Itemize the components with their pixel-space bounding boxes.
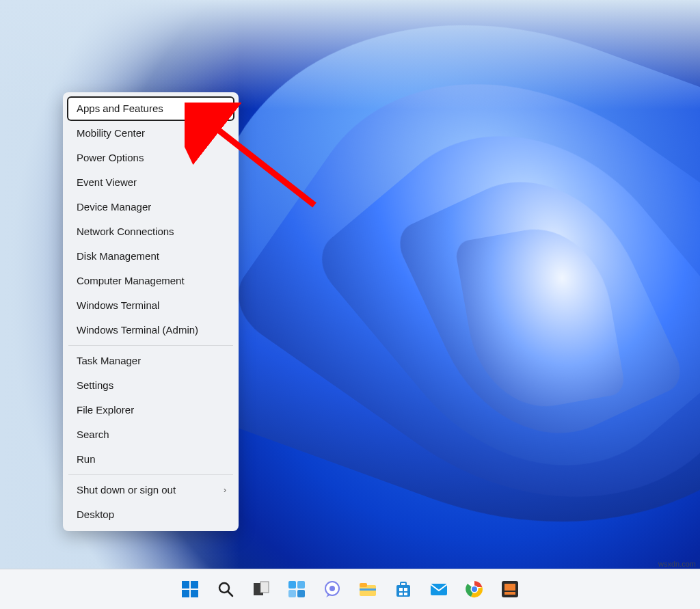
menu-item-apps-and-features[interactable]: Apps and Features xyxy=(67,96,234,121)
menu-item-label: Desktop xyxy=(77,509,114,521)
menu-item-event-viewer[interactable]: Event Viewer xyxy=(67,170,234,195)
menu-item-label: Task Manager xyxy=(77,355,141,367)
menu-item-label: Run xyxy=(77,453,96,465)
menu-item-label: File Explorer xyxy=(77,404,134,416)
svg-rect-5 xyxy=(191,590,198,597)
menu-item-label: Event Viewer xyxy=(77,176,137,189)
chrome-icon[interactable] xyxy=(460,575,489,604)
menu-item-computer-management[interactable]: Computer Management xyxy=(67,269,234,293)
menu-item-power-options[interactable]: Power Options xyxy=(67,146,234,170)
svg-rect-11 xyxy=(297,581,305,588)
svg-rect-17 xyxy=(360,583,367,587)
svg-rect-23 xyxy=(399,593,403,595)
microsoft-store-icon[interactable] xyxy=(389,575,418,604)
svg-rect-3 xyxy=(191,581,198,588)
menu-item-run[interactable]: Run xyxy=(67,447,234,472)
svg-rect-4 xyxy=(182,590,189,597)
chat-icon[interactable] xyxy=(318,575,347,604)
menu-item-label: Settings xyxy=(77,379,113,392)
menu-item-label: Search xyxy=(77,429,109,441)
start-icon[interactable] xyxy=(176,575,204,604)
svg-line-7 xyxy=(228,591,232,596)
watermark-text: wsxdn.com xyxy=(658,560,696,568)
menu-item-label: Power Options xyxy=(77,152,144,164)
app-icon[interactable] xyxy=(496,575,524,604)
svg-rect-18 xyxy=(360,588,376,591)
svg-rect-19 xyxy=(396,585,410,597)
menu-item-task-manager[interactable]: Task Manager xyxy=(67,349,234,373)
svg-rect-9 xyxy=(260,582,269,593)
svg-rect-13 xyxy=(297,590,305,597)
task-view-icon[interactable] xyxy=(247,575,275,604)
menu-item-label: Shut down or sign out xyxy=(77,484,176,496)
menu-item-disk-management[interactable]: Disk Management xyxy=(67,244,234,269)
menu-item-label: Windows Terminal (Admin) xyxy=(77,324,198,336)
file-explorer-icon[interactable] xyxy=(353,575,382,604)
menu-item-mobility-center[interactable]: Mobility Center xyxy=(67,121,234,146)
svg-rect-24 xyxy=(404,593,407,595)
svg-rect-20 xyxy=(401,582,406,586)
svg-rect-10 xyxy=(288,581,296,588)
menu-item-file-explorer[interactable]: File Explorer xyxy=(67,398,234,422)
menu-item-desktop[interactable]: Desktop xyxy=(67,502,234,527)
svg-rect-2 xyxy=(182,581,189,588)
svg-rect-22 xyxy=(404,588,407,591)
svg-point-28 xyxy=(472,586,477,592)
menu-item-settings[interactable]: Settings xyxy=(67,373,234,398)
menu-item-label: Apps and Features xyxy=(77,103,163,115)
menu-item-windows-terminal[interactable]: Windows Terminal xyxy=(67,293,234,318)
svg-rect-21 xyxy=(399,588,403,591)
svg-rect-12 xyxy=(288,590,296,597)
search-icon[interactable] xyxy=(211,575,240,604)
chevron-right-icon: › xyxy=(224,485,226,495)
mail-icon[interactable] xyxy=(425,575,453,604)
menu-item-search[interactable]: Search xyxy=(67,422,234,447)
menu-item-label: Mobility Center xyxy=(77,127,145,139)
menu-item-label: Disk Management xyxy=(77,250,159,262)
menu-item-label: Network Connections xyxy=(77,226,174,238)
svg-rect-30 xyxy=(504,584,515,591)
menu-item-label: Computer Management xyxy=(77,275,185,287)
menu-item-label: Windows Terminal xyxy=(77,299,159,312)
menu-item-label: Device Manager xyxy=(77,201,151,213)
menu-item-shut-down-or-sign-out[interactable]: Shut down or sign out› xyxy=(67,478,234,502)
menu-item-windows-terminal-admin[interactable]: Windows Terminal (Admin) xyxy=(67,318,234,342)
widgets-icon[interactable] xyxy=(282,575,311,604)
menu-separator xyxy=(68,345,233,346)
svg-point-15 xyxy=(329,586,335,591)
svg-rect-31 xyxy=(504,592,515,595)
menu-item-network-connections[interactable]: Network Connections xyxy=(67,219,234,244)
menu-separator xyxy=(68,474,233,475)
winx-context-menu: Apps and FeaturesMobility CenterPower Op… xyxy=(63,92,239,531)
taskbar xyxy=(0,569,700,609)
menu-item-device-manager[interactable]: Device Manager xyxy=(67,195,234,219)
